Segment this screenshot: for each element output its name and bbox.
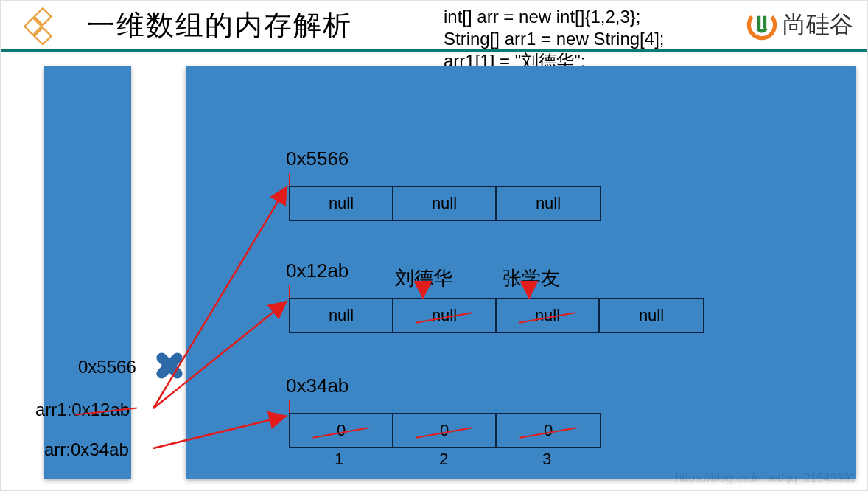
array-cell: null — [290, 299, 393, 332]
array-cell: null — [600, 299, 703, 332]
index-label: 1 — [335, 450, 343, 469]
overwrite-label-1: 刘德华 — [395, 265, 452, 291]
heap-addr-3: 0x34ab — [286, 375, 349, 397]
overwrite-label-2: 张学友 — [503, 265, 560, 291]
array-cell: null — [497, 187, 600, 220]
array-cell: 0 — [497, 414, 600, 447]
svg-rect-4 — [757, 16, 760, 29]
array-cell: null — [393, 299, 497, 332]
heap-addr-2: 0x12ab — [286, 260, 349, 282]
svg-rect-5 — [763, 16, 766, 29]
heap-array-2: null null null null — [289, 298, 704, 333]
cross-icon — [153, 349, 186, 382]
index-label: 2 — [439, 450, 448, 469]
array-cell: null — [393, 187, 497, 220]
watermark: https://blog.csdn.net/qq_21543391 — [675, 472, 856, 485]
page-title: 一维数组的内存解析 — [87, 7, 352, 44]
heap-array-3: 0 0 0 — [289, 413, 601, 448]
index-label: 3 — [542, 450, 551, 469]
heap-addr-1: 0x5566 — [286, 147, 349, 170]
brand-icon — [746, 9, 778, 41]
array-cell: null — [290, 187, 393, 220]
array-cell: 0 — [393, 414, 497, 447]
brand-logo: 尚硅谷 — [746, 9, 853, 41]
stack-arr1-label: arr1:0x12ab — [35, 400, 130, 420]
stack-arr-label: arr:0x34ab — [44, 439, 129, 460]
stack-new-addr: 0x5566 — [78, 357, 136, 377]
tick-mark — [289, 285, 290, 298]
diamond-icon — [15, 4, 57, 47]
brand-text: 尚硅谷 — [783, 9, 853, 41]
tick-mark — [289, 173, 290, 186]
header-bar: 一维数组的内存解析 尚硅谷 — [1, 1, 867, 52]
svg-point-3 — [746, 9, 778, 41]
heap-array-1: null null null — [289, 186, 601, 221]
array-cell: 0 — [290, 414, 393, 447]
tick-mark — [289, 400, 290, 413]
array-cell: null — [497, 299, 600, 332]
strike-line — [78, 400, 134, 420]
